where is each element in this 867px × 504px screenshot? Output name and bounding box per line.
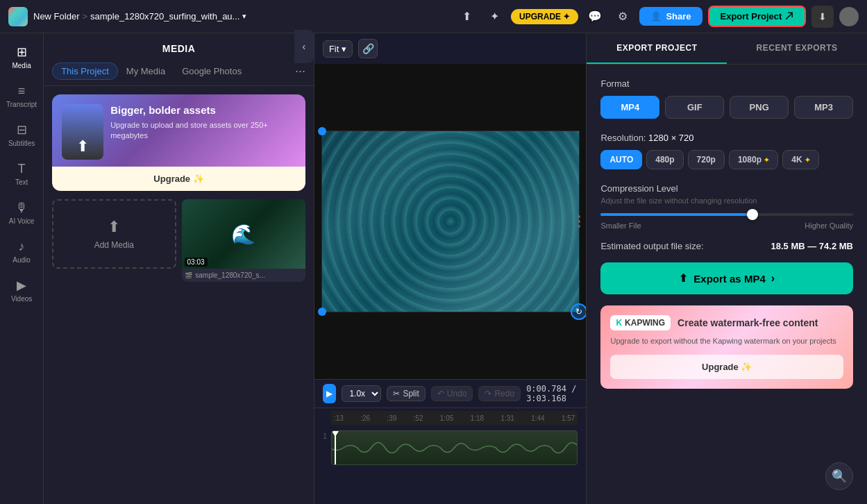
handle-top-left[interactable] xyxy=(318,127,326,135)
add-icon: ⬆ xyxy=(108,218,120,236)
media-filename-text: sample_1280x720_s... xyxy=(195,271,265,279)
export-project-button[interactable]: Export Project 🡥 xyxy=(708,6,806,27)
media-tabs: This Project My Media Google Photos ··· xyxy=(44,60,314,86)
media-item-surf[interactable]: 🌊 03:03 🎬 sample_1280x720_s... xyxy=(182,199,305,282)
kapwing-logo-text: KAPWING xyxy=(625,318,665,328)
subtitles-icon: ⊟ xyxy=(17,122,27,137)
sidebar-label-text: Text xyxy=(15,178,28,186)
play-button[interactable]: ▶ xyxy=(323,384,336,403)
watermark-title: Create watermark-free content xyxy=(677,317,818,328)
tab-this-project[interactable]: This Project xyxy=(52,62,118,80)
res-1080p[interactable]: 1080p ✦ xyxy=(729,150,778,169)
sidebar-item-media[interactable]: ⊞ Media xyxy=(3,39,40,75)
tab-recent-exports[interactable]: RECENT EXPORTS xyxy=(727,33,867,64)
breadcrumb-chevron[interactable]: ▾ xyxy=(242,12,246,21)
sidebar-item-audio[interactable]: ♪ Audio xyxy=(3,233,40,269)
topbar: New Folder > sample_1280x720_surfing_wit… xyxy=(0,0,867,33)
res-480p[interactable]: 480p xyxy=(646,150,683,169)
video-frame[interactable]: ↻ xyxy=(322,131,579,312)
settings-icon-btn[interactable]: ⚙ xyxy=(612,6,634,28)
watermark-upgrade-button[interactable]: Upgrade ✨ xyxy=(610,355,843,379)
compression-slider-thumb[interactable] xyxy=(747,209,758,220)
share-icon: 👤 xyxy=(650,11,662,22)
timeline-toolbar: ▶ 1.0x 0.5x 1.5x 2.0x ✂ Split ↶ Undo ↷ xyxy=(314,380,587,408)
upgrade-card-button[interactable]: Upgrade ✨ xyxy=(52,167,305,191)
video-track[interactable] xyxy=(331,430,578,465)
watermark-desc: Upgrade to export without the Kapwing wa… xyxy=(610,336,843,346)
watermark-header: K KAPWING Create watermark-free content xyxy=(610,315,843,330)
sidebar-item-ai-voice[interactable]: 🎙 AI Voice xyxy=(3,194,40,230)
res-4k[interactable]: 4K ✦ xyxy=(782,150,819,169)
handle-bottom-left[interactable] xyxy=(318,308,326,316)
res-720p[interactable]: 720p xyxy=(688,150,725,169)
split-button[interactable]: ✂ Split xyxy=(387,386,425,401)
compression-slider-track[interactable] xyxy=(600,213,853,216)
sidebar-label-subtitles: Subtitles xyxy=(8,140,35,147)
canvas-area: Fit ▾ 🔗 ↻ ▶ xyxy=(314,33,587,504)
tab-my-media[interactable]: My Media xyxy=(118,63,174,79)
timeline-area: ▶ 1.0x 0.5x 1.5x 2.0x ✂ Split ↶ Undo ↷ xyxy=(314,379,587,504)
breadcrumb: New Folder > sample_1280x720_surfing_wit… xyxy=(33,11,246,22)
main-layout: ⊞ Media ≡ Transcript ⊟ Subtitles T Text … xyxy=(0,33,867,504)
canvas-link-button[interactable]: 🔗 xyxy=(358,39,378,58)
redo-button[interactable]: ↷ Redo xyxy=(478,386,521,401)
download-button[interactable]: ⬇ xyxy=(811,6,834,28)
kapwing-logo: K KAPWING xyxy=(610,315,671,330)
sidebar-label-transcript: Transcript xyxy=(6,101,37,108)
sidebar-item-transcript[interactable]: ≡ Transcript xyxy=(3,78,40,114)
sidebar-item-subtitles[interactable]: ⊟ Subtitles xyxy=(3,117,40,153)
waveform xyxy=(332,431,578,464)
media-icon: ⊞ xyxy=(17,44,27,60)
user-avatar[interactable] xyxy=(839,7,859,26)
format-buttons: MP4 GIF PNG MP3 xyxy=(600,96,853,119)
star-icon-4k: ✦ xyxy=(805,156,810,164)
res-auto[interactable]: AUTO xyxy=(600,150,642,169)
export-panel: EXPORT PROJECT RECENT EXPORTS Format MP4… xyxy=(586,33,867,504)
transcript-icon: ≡ xyxy=(18,84,26,99)
format-mp4[interactable]: MP4 xyxy=(600,96,659,119)
audio-icon: ♪ xyxy=(19,240,25,254)
media-tab-more-btn[interactable]: ··· xyxy=(295,64,305,78)
canvas-main: ↻ xyxy=(314,64,587,379)
upgrade-button[interactable]: UPGRADE ✦ xyxy=(511,9,578,24)
chat-icon-btn[interactable]: 💬 xyxy=(584,6,606,28)
collapse-panel-button[interactable]: ‹ xyxy=(294,30,314,63)
tab-google-photos[interactable]: Google Photos xyxy=(174,63,250,79)
compression-labels: Smaller File Higher Quality xyxy=(600,221,853,230)
sidebar-item-videos[interactable]: ▶ Videos xyxy=(3,272,40,308)
fit-dropdown[interactable]: Fit ▾ xyxy=(323,40,353,58)
format-png[interactable]: PNG xyxy=(730,96,789,119)
breadcrumb-filename[interactable]: sample_1280x720_surfing_with_au... xyxy=(90,11,239,22)
export-as-mp4-button[interactable]: ⬆ Export as MP4 › xyxy=(600,262,853,294)
export-upload-icon: ⬆ xyxy=(679,272,688,285)
share-button[interactable]: 👤 Share xyxy=(639,7,702,26)
format-mp3[interactable]: MP3 xyxy=(794,96,853,119)
tab-export-project[interactable]: EXPORT PROJECT xyxy=(587,33,727,64)
compression-slider-container xyxy=(600,213,853,216)
canvas-options-dots[interactable] xyxy=(578,215,580,228)
export-tabs: EXPORT PROJECT RECENT EXPORTS xyxy=(587,33,867,65)
upgrade-card-title: Bigger, bolder assets xyxy=(110,104,296,116)
sidebar-item-text[interactable]: T Text xyxy=(3,156,40,192)
breadcrumb-folder[interactable]: New Folder xyxy=(33,11,79,22)
estimated-value: 18.5 MB — 74.2 MB xyxy=(771,241,854,251)
dot-3 xyxy=(578,225,580,228)
speed-dropdown[interactable]: 1.0x 0.5x 1.5x 2.0x xyxy=(342,385,381,402)
undo-label: Undo xyxy=(447,389,467,398)
media-duration: 03:03 xyxy=(185,258,208,267)
sidebar-label-media: Media xyxy=(12,62,31,69)
undo-button[interactable]: ↶ Undo xyxy=(431,386,473,401)
add-media-button[interactable]: ⬆ Add Media xyxy=(52,199,176,269)
magic-icon-btn[interactable]: ✦ xyxy=(483,6,505,28)
search-icon: 🔍 xyxy=(832,469,847,484)
format-gif[interactable]: GIF xyxy=(665,96,724,119)
handle-rotate[interactable]: ↻ xyxy=(571,303,587,320)
media-panel: MEDIA ‹ This Project My Media Google Pho… xyxy=(44,33,314,504)
track-number: 1 xyxy=(323,432,327,440)
resolution-label-text: Resolution: xyxy=(600,133,646,143)
text-icon: T xyxy=(18,162,26,176)
upload-icon-btn[interactable]: ⬆ xyxy=(455,6,478,28)
play-icon: ▶ xyxy=(326,389,333,398)
search-fab-button[interactable]: 🔍 xyxy=(825,462,853,490)
smaller-file-label: Smaller File xyxy=(600,221,641,230)
